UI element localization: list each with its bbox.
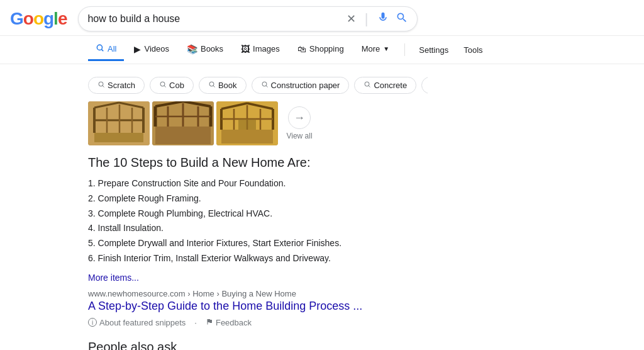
tab-all[interactable]: All <box>88 38 124 61</box>
snippet-title: The 10 Steps to Build a New Home Are: <box>88 155 428 170</box>
chip-cob[interactable]: Cob <box>150 77 194 94</box>
shopping-icon: 🛍 <box>297 44 306 54</box>
list-item: 2. Complete Rough Framing. <box>88 191 428 206</box>
info-icon: i <box>88 318 97 327</box>
google-logo: Google <box>10 9 67 29</box>
mic-icon[interactable] <box>377 11 389 27</box>
chip-concrete[interactable]: Concrete <box>354 77 416 94</box>
svg-line-1 <box>102 50 104 52</box>
tab-shopping[interactable]: 🛍 Shopping <box>290 39 352 61</box>
clear-icon[interactable]: ✕ <box>347 12 356 26</box>
nav-divider <box>404 43 405 56</box>
search-input[interactable] <box>87 13 346 25</box>
view-all-arrow-icon: → <box>288 106 311 129</box>
svg-line-7 <box>213 86 214 87</box>
flag-icon <box>206 318 213 327</box>
chip-book-icon <box>208 81 216 90</box>
tab-videos-label: Videos <box>144 44 169 54</box>
more-items-link[interactable]: More items... <box>88 273 139 283</box>
chip-scratch-label: Scratch <box>108 81 135 90</box>
steps-list: 1. Prepare Construction Site and Pour Fo… <box>88 176 428 266</box>
feedback-snippet-label: Feedback <box>216 318 252 327</box>
featured-snippet: The 10 Steps to Build a New Home Are: 1.… <box>88 155 428 327</box>
chip-scratch[interactable]: Scratch <box>88 77 145 94</box>
about-snippets-label: About featured snippets <box>99 318 186 327</box>
source-url-text: www.newhomesource.com › Home › Buying a … <box>88 289 296 298</box>
svg-line-3 <box>103 86 104 87</box>
image-strip: → View all <box>88 101 428 145</box>
list-item: 3. Complete Rough Plumbing, Electrical H… <box>88 206 428 222</box>
tab-all-label: All <box>108 44 116 54</box>
svg-line-11 <box>369 86 370 87</box>
chip-cob-label: Cob <box>169 81 184 90</box>
view-all-label: View all <box>286 132 312 140</box>
svg-point-0 <box>97 45 102 50</box>
filter-chips: Scratch Cob Book Construction paper <box>88 72 428 101</box>
more-chevron-icon: ▼ <box>383 45 389 52</box>
images-icon: 🖼 <box>241 44 250 54</box>
divider-icon: | <box>365 11 369 27</box>
image-thumb-2[interactable] <box>152 101 214 145</box>
tools-link[interactable]: Tools <box>457 40 489 60</box>
main-content: Scratch Cob Book Construction paper <box>0 64 428 350</box>
settings-link[interactable]: Settings <box>413 40 455 60</box>
header: Google ✕ | <box>0 0 644 36</box>
chip-book[interactable]: Book <box>199 77 247 94</box>
tab-more[interactable]: More ▼ <box>354 39 397 60</box>
chip-concrete-label: Concrete <box>374 81 407 90</box>
search-icons: ✕ | <box>347 11 409 27</box>
all-icon <box>96 43 104 54</box>
svg-rect-55 <box>216 101 278 145</box>
list-item: 6. Finish Interior Trim, Install Exterio… <box>88 251 428 266</box>
image-thumb-3[interactable] <box>216 101 278 145</box>
chip-construction-paper[interactable]: Construction paper <box>252 77 350 94</box>
about-snippets-item[interactable]: i About featured snippets <box>88 318 186 327</box>
feedback-snippet-item[interactable]: Feedback <box>206 318 252 327</box>
tab-videos[interactable]: ▶ Videos <box>126 39 177 61</box>
chip-construction-paper-icon <box>261 81 269 90</box>
image-thumb-1[interactable] <box>88 101 150 145</box>
snippet-footer: i About featured snippets · Feedback <box>88 318 428 327</box>
chip-book-label: Book <box>218 81 237 90</box>
list-item: 4. Install Insulation. <box>88 221 428 236</box>
chip-scratch-icon <box>97 81 105 90</box>
list-item: 5. Complete Drywall and Interior Fixture… <box>88 236 428 251</box>
tab-images[interactable]: 🖼 Images <box>233 39 287 61</box>
svg-point-2 <box>99 82 103 86</box>
footer-dot: · <box>194 318 197 327</box>
tab-books-label: Books <box>201 44 223 54</box>
svg-point-4 <box>160 82 165 86</box>
chip-construction-paper-label: Construction paper <box>271 81 340 90</box>
search-bar: ✕ | <box>78 6 418 31</box>
list-item: 1. Prepare Construction Site and Pour Fo… <box>88 176 428 191</box>
people-also-ask-title: People also ask <box>88 340 428 350</box>
source-url: www.newhomesource.com › Home › Buying a … <box>88 289 428 298</box>
videos-icon: ▶ <box>134 44 141 54</box>
svg-rect-32 <box>88 101 150 145</box>
chip-rust[interactable]: Rust <box>421 77 428 94</box>
tab-shopping-label: Shopping <box>309 44 344 54</box>
view-all-button[interactable]: → View all <box>280 101 318 145</box>
tab-more-label: More <box>362 44 380 54</box>
chip-cob-icon <box>159 81 167 90</box>
svg-point-6 <box>209 82 214 86</box>
svg-line-9 <box>266 86 267 87</box>
nav-tabs: All ▶ Videos 📚 Books 🖼 Images 🛍 Shopping… <box>0 36 644 64</box>
svg-point-8 <box>262 82 267 86</box>
source-link[interactable]: A Step-by-Step Guide to the Home Buildin… <box>88 300 428 313</box>
books-icon: 📚 <box>187 44 197 54</box>
svg-line-5 <box>164 86 165 87</box>
chip-concrete-icon <box>364 81 371 90</box>
svg-point-10 <box>365 82 369 86</box>
content-area: Scratch Cob Book Construction paper <box>0 64 644 350</box>
svg-rect-43 <box>152 101 214 145</box>
tab-images-label: Images <box>253 44 280 54</box>
tab-books[interactable]: 📚 Books <box>179 39 231 61</box>
search-submit-icon[interactable] <box>396 11 408 27</box>
